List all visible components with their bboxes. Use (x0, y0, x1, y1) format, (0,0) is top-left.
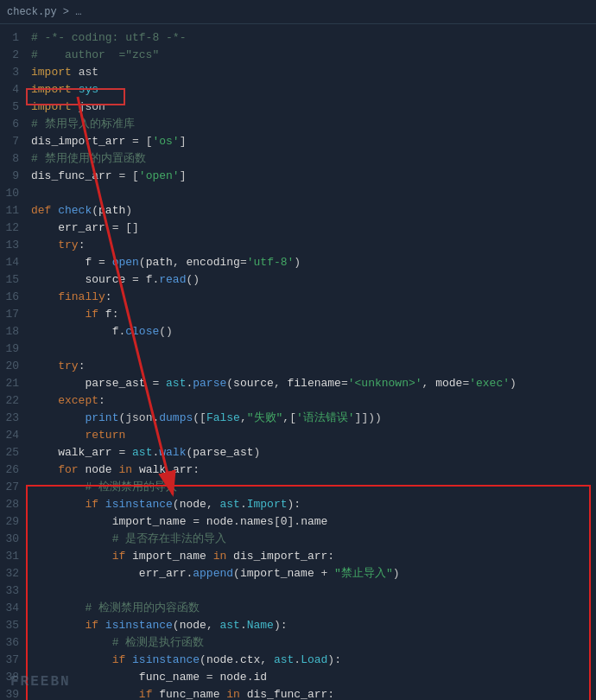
line-number: 1 (12, 29, 19, 47)
line-number: 37 (5, 652, 19, 669)
code-line: err_arr = [] (31, 220, 596, 237)
code-line (31, 582, 596, 600)
line-number: 33 (5, 582, 19, 600)
line-number: 27 (5, 479, 19, 496)
code-line: dis_func_arr = ['open'] (31, 168, 596, 185)
line-number: 14 (5, 254, 19, 271)
line-number: 6 (12, 116, 19, 133)
line-number: 36 (5, 634, 19, 652)
code-line: # 检测禁用的内容函数 (31, 600, 596, 617)
line-number: 22 (5, 392, 19, 410)
line-number: 25 (5, 444, 19, 461)
code-line: for node in walk_arr: (31, 461, 596, 479)
code-line: # 检测禁用的导入 (31, 479, 596, 496)
code-editor: check.py > … 123456789101112131415161718… (0, 0, 596, 700)
line-number: 13 (5, 237, 19, 254)
line-number: 35 (5, 617, 19, 634)
line-number: 3 (12, 64, 19, 81)
code-line: # 禁用使用的内置函数 (31, 150, 596, 168)
code-line: dis_import_arr = ['os'] (31, 133, 596, 150)
line-number: 10 (5, 185, 19, 202)
code-line: import_name = node.names[0].name (31, 513, 596, 531)
code-line: if func_name in dis_func_arr: (31, 686, 596, 700)
code-line: err_arr.append(import_name + "禁止导入") (31, 565, 596, 582)
line-number: 21 (5, 375, 19, 392)
line-number: 20 (5, 358, 19, 375)
code-line: if isinstance(node.ctx, ast.Load): (31, 652, 596, 669)
code-line: if isinstance(node, ast.Name): (31, 617, 596, 634)
line-number: 18 (5, 323, 19, 340)
code-line: walk_arr = ast.walk(parse_ast) (31, 444, 596, 461)
line-number: 24 (5, 427, 19, 444)
code-line: # 检测是执行函数 (31, 634, 596, 652)
code-line: try: (31, 237, 596, 254)
line-number: 16 (5, 289, 19, 306)
code-line: print(json.dumps([False,"失败",['语法错误']])) (31, 410, 596, 427)
watermark: FREEBN (10, 674, 71, 690)
line-numbers: 1234567891011121314151617181920212223242… (0, 24, 26, 700)
line-number: 34 (5, 600, 19, 617)
code-line: f.close() (31, 323, 596, 340)
tab-label[interactable]: check.py > … (7, 6, 81, 18)
line-number: 32 (5, 565, 19, 582)
code-line: # -*- coding: utf-8 -*- (31, 29, 596, 47)
code-line: import json (31, 99, 596, 116)
line-number: 8 (12, 150, 19, 168)
line-number: 30 (5, 531, 19, 548)
code-line: finally: (31, 289, 596, 306)
code-content: # -*- coding: utf-8 -*-# author ="zcs"im… (26, 24, 596, 700)
line-number: 28 (5, 496, 19, 513)
code-line: if f: (31, 306, 596, 323)
line-number: 12 (5, 220, 19, 237)
line-number: 26 (5, 461, 19, 479)
code-line: if isinstance(node, ast.Import): (31, 496, 596, 513)
code-line: def check(path) (31, 202, 596, 220)
line-number: 4 (12, 81, 19, 99)
code-line (31, 340, 596, 358)
line-number: 7 (12, 133, 19, 150)
code-line (31, 185, 596, 202)
code-line: import ast (31, 64, 596, 81)
line-number: 29 (5, 513, 19, 531)
line-number: 5 (12, 99, 19, 116)
code-line: try: (31, 358, 596, 375)
code-line: parse_ast = ast.parse(source, filename='… (31, 375, 596, 392)
line-number: 31 (5, 548, 19, 565)
code-line: import sys (31, 81, 596, 99)
line-number: 9 (12, 168, 19, 185)
code-line: except: (31, 392, 596, 410)
code-line: # 是否存在非法的导入 (31, 531, 596, 548)
tab-bar: check.py > … (0, 0, 596, 24)
line-number: 23 (5, 410, 19, 427)
code-line: f = open(path, encoding='utf-8') (31, 254, 596, 271)
line-number: 11 (5, 202, 19, 220)
code-line: return (31, 427, 596, 444)
code-line: # 禁用导入的标准库 (31, 116, 596, 133)
code-area: 1234567891011121314151617181920212223242… (0, 24, 596, 700)
code-line: # author ="zcs" (31, 47, 596, 64)
line-number: 17 (5, 306, 19, 323)
code-line: if import_name in dis_import_arr: (31, 548, 596, 565)
code-line: func_name = node.id (31, 669, 596, 686)
code-line: source = f.read() (31, 271, 596, 289)
line-number: 19 (5, 340, 19, 358)
line-number: 15 (5, 271, 19, 289)
line-number: 2 (12, 47, 19, 64)
